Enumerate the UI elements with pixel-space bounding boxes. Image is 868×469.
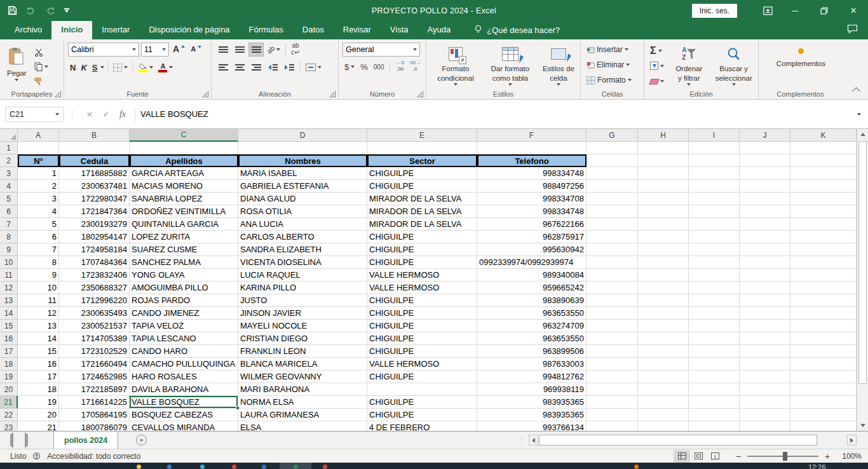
cell-K10[interactable] (790, 256, 857, 269)
cell-G22[interactable] (587, 409, 638, 421)
cell-E12[interactable]: VALLE HERMOSO (367, 282, 477, 294)
cell-H15[interactable] (638, 320, 689, 332)
cell-K5[interactable] (790, 193, 857, 205)
tell-me-box[interactable]: ¿Qué desea hacer? (474, 21, 560, 39)
view-page-break-icon[interactable] (707, 450, 723, 463)
tab-disposici-n-de-p-gina[interactable]: Disposición de página (139, 21, 239, 39)
cell-F9[interactable]: 995630942 (477, 243, 587, 256)
cell-K11[interactable] (790, 269, 857, 282)
cell-D20[interactable]: MARI BARAHONA (238, 383, 367, 396)
cell-B6[interactable]: 1721847364 (59, 205, 130, 218)
cell-E4[interactable]: CHIGUILPE (367, 180, 477, 193)
cell-A2[interactable]: N° (18, 154, 59, 167)
cell-J23[interactable] (740, 421, 790, 431)
tab-insertar[interactable]: Insertar (92, 21, 139, 39)
cell-K16[interactable] (790, 332, 857, 345)
redo-icon[interactable] (45, 6, 55, 15)
ribbon-display-options-icon[interactable] (755, 0, 780, 21)
paste-button[interactable]: Pegar (4, 43, 30, 88)
cell-F8[interactable]: 962875917 (477, 231, 587, 243)
align-middle-icon[interactable] (232, 43, 247, 57)
cell-D4[interactable]: GABRIELA ESTEFANIA (238, 180, 367, 193)
cell-G2[interactable] (587, 154, 638, 167)
cell-H12[interactable] (638, 282, 689, 294)
cell-D19[interactable]: WILMER GEOVANNY (238, 370, 367, 383)
cell-I16[interactable] (689, 332, 740, 345)
cell-I2[interactable] (689, 154, 740, 167)
cell-E2[interactable]: Sector (367, 154, 477, 167)
taskbar-app-icon-5[interactable] (262, 465, 266, 469)
cell-D18[interactable]: BLANCA MARICELA (238, 358, 367, 370)
cell-I13[interactable] (689, 294, 740, 307)
row-header-7[interactable]: 7 (0, 218, 18, 231)
cell-K14[interactable] (790, 307, 857, 320)
cell-A20[interactable]: 18 (18, 383, 59, 396)
cell-G16[interactable] (587, 332, 638, 345)
cell-B1[interactable] (59, 142, 130, 154)
cell-G23[interactable] (587, 421, 638, 431)
cell-D23[interactable]: ELSA (238, 421, 367, 431)
cut-icon[interactable] (32, 46, 50, 58)
cell-C1[interactable] (130, 142, 238, 154)
insert-cells-button[interactable]: Insertar (585, 43, 641, 56)
align-top-icon[interactable] (215, 43, 231, 57)
cell-F1[interactable] (477, 142, 587, 154)
decrease-decimal-icon[interactable]: 00→,0 (408, 60, 423, 73)
next-sheet-icon[interactable] (25, 435, 28, 446)
cell-K18[interactable] (790, 358, 857, 370)
cell-F10[interactable]: 0992339974/0992939974 (477, 256, 587, 269)
cell-G14[interactable] (587, 307, 638, 320)
cell-J11[interactable] (740, 269, 790, 282)
cell-F14[interactable]: 963653550 (477, 307, 587, 320)
cell-A19[interactable]: 17 (18, 370, 59, 383)
cell-B16[interactable]: 1714705389 (59, 332, 130, 345)
enter-formula-icon[interactable]: ✓ (98, 107, 114, 122)
cell-E16[interactable]: CHIGUILPE (367, 332, 477, 345)
taskbar-app-icon-7[interactable] (323, 465, 327, 469)
cell-I15[interactable] (689, 320, 740, 332)
cell-B7[interactable]: 2300193279 (59, 218, 130, 231)
cell-B12[interactable]: 2350688327 (59, 282, 130, 294)
cell-A13[interactable]: 11 (18, 294, 59, 307)
cell-I4[interactable] (689, 180, 740, 193)
cell-K1[interactable] (790, 142, 857, 154)
cancel-formula-icon[interactable]: × (81, 107, 98, 122)
bold-button[interactable]: N (68, 61, 78, 74)
copy-icon[interactable] (32, 61, 50, 72)
cell-C4[interactable]: MACIAS MORENO (130, 180, 238, 193)
row-header-23[interactable]: 23 (0, 421, 18, 431)
cell-B10[interactable]: 1707484364 (59, 256, 130, 269)
undo-icon[interactable] (26, 6, 36, 15)
cell-D21[interactable]: NORMA ELSA (238, 396, 367, 409)
cell-A22[interactable]: 20 (18, 409, 59, 421)
cell-B17[interactable]: 1723102529 (59, 345, 130, 358)
cell-A14[interactable]: 12 (18, 307, 59, 320)
cell-K8[interactable] (790, 231, 857, 243)
cell-B11[interactable]: 1723832406 (59, 269, 130, 282)
cell-C12[interactable]: AMOGUIMBA PILLO (130, 282, 238, 294)
cell-J17[interactable] (740, 345, 790, 358)
row-header-22[interactable]: 22 (0, 409, 18, 421)
align-left-icon[interactable] (215, 60, 231, 74)
currency-icon[interactable]: $ (342, 60, 356, 73)
row-header-21[interactable]: 21 (0, 396, 18, 409)
cell-I23[interactable] (689, 421, 740, 431)
add-sheet-button[interactable]: + (136, 435, 147, 445)
row-header-12[interactable]: 12 (0, 282, 18, 294)
font-name-select[interactable]: Calibri (68, 43, 139, 57)
cell-C22[interactable]: BOSQUEZ CABEZAS (130, 409, 238, 421)
cell-C5[interactable]: SANABRIA LOPEZ (130, 193, 238, 205)
customize-qat-icon[interactable] (64, 8, 69, 13)
cell-C8[interactable]: LOPEZ ZURITA (130, 231, 238, 243)
cell-F16[interactable]: 963653550 (477, 332, 587, 345)
row-header-11[interactable]: 11 (0, 269, 18, 282)
cell-J13[interactable] (740, 294, 790, 307)
column-header-G[interactable]: G (587, 129, 638, 142)
font-color-icon[interactable]: A (156, 61, 175, 74)
format-as-table-button[interactable]: Dar formato como tabla (485, 43, 536, 88)
taskbar-app-icon-2[interactable] (167, 465, 172, 469)
cell-H4[interactable] (638, 180, 689, 193)
cell-B14[interactable]: 2300635493 (59, 307, 130, 320)
cell-B19[interactable]: 1724652985 (59, 370, 130, 383)
cell-A15[interactable]: 13 (18, 320, 59, 332)
